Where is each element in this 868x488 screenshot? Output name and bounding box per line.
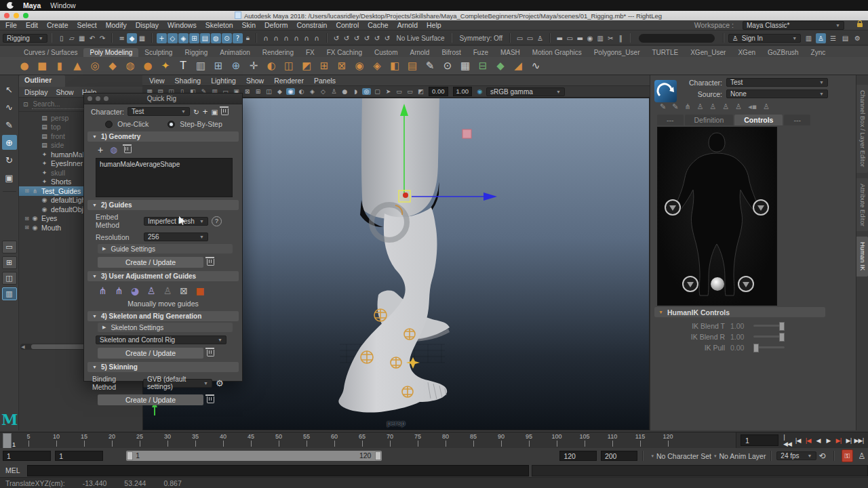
source-dropdown[interactable]: None▼	[726, 89, 828, 98]
shelf-tab[interactable]: MASH	[494, 48, 526, 57]
symmetry-label[interactable]: Symmetry: Off	[459, 35, 502, 42]
menu-set-dropdown[interactable]: Rigging▼	[3, 34, 47, 43]
adjust-guides-icon[interactable]: ⊠	[176, 284, 191, 298]
anim-start-field[interactable]: 1	[3, 451, 51, 461]
shelf-tool-icon[interactable]: ◩	[300, 59, 313, 73]
workspace-lock-icon[interactable]	[857, 23, 863, 27]
tab-dash-right[interactable]: ---	[784, 115, 810, 125]
shelf-tab[interactable]: Rendering	[256, 48, 300, 57]
render-icon[interactable]: ▭	[565, 33, 575, 43]
shelf-tab[interactable]: XGen	[732, 48, 762, 57]
shelf-tool-icon[interactable]: ⊞	[212, 59, 225, 73]
viewport-toolbar-icon[interactable]: ▭	[395, 88, 403, 95]
character-set-menu[interactable]: No Character Set	[656, 452, 711, 460]
menu-item[interactable]: Select	[77, 21, 97, 29]
skinning-create-update-button[interactable]: Create / Update	[98, 394, 203, 405]
slider-handle[interactable]	[779, 333, 785, 342]
lock-selection-icon[interactable]: 🔒︎	[244, 33, 252, 43]
timeline-ticks[interactable]: 5101520253035404550556065707580859095100…	[0, 432, 736, 449]
viewport-toolbar-icon[interactable]: ◇	[319, 88, 328, 95]
snap-icon[interactable]: ∩	[302, 33, 312, 43]
quick-rig-titlebar[interactable]: Quick Rig	[84, 94, 242, 104]
shelf-tool-icon[interactable]: ◐	[264, 59, 278, 73]
sidebar-vertical-tab[interactable]: Channel Box / Layer Editor	[856, 85, 868, 173]
edit-icon[interactable]: ▭	[525, 33, 535, 43]
shelf-tab[interactable]: Bifrost	[435, 48, 467, 57]
sidebar-toggle-icon[interactable]: ▥	[804, 33, 814, 43]
selection-mask-icon[interactable]: ⊞	[189, 33, 199, 43]
zoom-icon[interactable]	[104, 96, 108, 101]
file-icon[interactable]: ↷	[97, 33, 107, 43]
shelf-tab[interactable]: Poly Modeling	[83, 48, 138, 57]
shelf-tool-icon[interactable]: ∿	[529, 59, 542, 73]
playback-button[interactable]: ▶|	[844, 434, 853, 447]
adjust-guides-icon[interactable]: ■	[193, 284, 208, 298]
menu-item[interactable]: Edit	[26, 21, 38, 29]
shelf-tool-icon[interactable]: ■	[35, 59, 49, 73]
playback-end-field[interactable]: 120	[559, 451, 597, 461]
shelf-tool-icon[interactable]: ●	[141, 59, 155, 73]
snap-icon[interactable]: ∩	[312, 33, 322, 43]
current-frame-field[interactable]: 1	[741, 434, 778, 446]
viewport-menu-item[interactable]: Shading	[175, 77, 201, 85]
selection-mask-icon[interactable]: ◇	[167, 33, 178, 43]
adjust-guides-icon[interactable]: ⋔	[111, 284, 126, 298]
viewport-toolbar-icon[interactable]: ◩	[416, 88, 425, 95]
humanik-tool-icon[interactable]: ✎	[672, 102, 678, 111]
file-icon[interactable]: ▦	[77, 33, 87, 43]
help-icon[interactable]: ?	[212, 216, 222, 226]
shelf-tool-icon[interactable]: ◆	[494, 59, 507, 73]
step-by-step-radio[interactable]	[167, 121, 175, 128]
playback-button[interactable]: ◀	[814, 434, 823, 447]
refresh-character-icon[interactable]: ↻	[193, 108, 199, 116]
history-icon[interactable]: ↺	[382, 33, 393, 43]
selected-guide-square[interactable]	[462, 129, 471, 138]
qr-character-dropdown[interactable]: Test▼	[127, 107, 190, 116]
toolbox-tool[interactable]: ▣	[2, 170, 17, 185]
viewport-toolbar-icon[interactable]: ◉	[286, 88, 295, 95]
viewport-toolbar-icon[interactable]: ●	[340, 88, 349, 95]
selection-mask-icon[interactable]: ⊙	[222, 33, 232, 43]
edit-icon[interactable]: ▭	[515, 33, 525, 43]
playback-button[interactable]: |◀	[793, 434, 802, 447]
close-icon[interactable]	[87, 96, 92, 101]
snap-icon[interactable]: ∩	[271, 33, 281, 43]
time-slider[interactable]: 5101520253035404550556065707580859095100…	[0, 432, 868, 449]
render-icon[interactable]: ▬	[555, 33, 565, 43]
sidebar-vertical-tab[interactable]: Human IK	[856, 237, 868, 276]
shelf-tool-icon[interactable]: ●	[18, 59, 31, 73]
exposure-field[interactable]: 0.00	[429, 87, 448, 96]
toolbox-tool[interactable]: ⊕	[2, 135, 17, 150]
viewport-toolbar-icon[interactable]: ▢	[373, 88, 382, 95]
viewport-menu-item[interactable]: Renderer	[274, 77, 304, 85]
viewport-toolbar-icon[interactable]: ⊠	[243, 88, 252, 95]
playback-button[interactable]: |◀	[804, 434, 812, 447]
guides-delete-icon[interactable]	[207, 259, 214, 266]
shelf-tab[interactable]: Polygons_User	[588, 48, 646, 57]
snap-icon[interactable]: ∩	[261, 33, 271, 43]
humanik-tool-icon[interactable]: ♙	[697, 102, 704, 111]
shelf-tool-icon[interactable]: ▦	[458, 59, 472, 73]
humanik-tool-icon[interactable]: ♙	[710, 102, 717, 111]
shelf-tool-icon[interactable]: ✎	[423, 59, 437, 73]
apple-logo-icon[interactable]	[7, 2, 14, 9]
skeleton-settings-header[interactable]: ▶Skeleton Settings	[98, 323, 233, 332]
history-icon[interactable]: ↺	[342, 33, 352, 43]
minimize-icon[interactable]	[96, 96, 100, 101]
shelf-tool-icon[interactable]: ◧	[388, 59, 401, 73]
viewport-toolbar-icon[interactable]: ◈	[308, 88, 317, 95]
viewport-menu-item[interactable]: Panels	[314, 77, 336, 85]
snap-icon[interactable]: ∩	[281, 33, 292, 43]
layout-shortcut-button[interactable]: ▭	[2, 241, 17, 253]
character-controls-bodyview[interactable]	[657, 127, 777, 306]
selection-mask-icon[interactable]: ◍	[211, 33, 221, 43]
viewport-toolbar-icon[interactable]: ♙	[330, 88, 338, 95]
skeleton-create-update-button[interactable]: Create / Update	[98, 348, 203, 359]
command-input[interactable]	[27, 465, 529, 476]
playback-button[interactable]: ▶▶|	[854, 434, 863, 447]
anim-layer-menu[interactable]: No Anim Layer	[719, 452, 766, 460]
render-icon[interactable]: ✂	[606, 33, 616, 43]
select-mesh-icon[interactable]: ◍	[110, 145, 117, 155]
menu-item[interactable]: Constrain	[296, 21, 327, 29]
shelf-tool-icon[interactable]: ◢	[511, 59, 525, 73]
